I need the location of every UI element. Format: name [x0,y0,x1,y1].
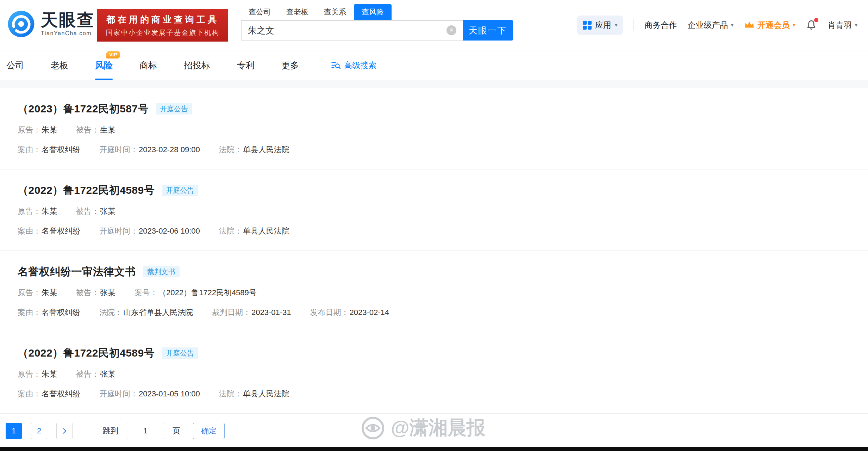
result-field: 案号：（2022）鲁1722民初4589号 [135,288,257,297]
search-button[interactable]: 天眼一下 [463,20,513,41]
page-unit-label: 页 [173,426,180,436]
result-item: （2023）鲁1722民初587号 开庭公告 原告：朱某 被告：生某 案由：名誉… [0,88,868,169]
tab-boss[interactable]: 老板 [51,50,68,80]
promo-banner: 都在用的商业查询工具 国家中小企业发展子基金旗下机构 [97,9,228,42]
field-label: 被告： [76,288,99,297]
field-value: 名誉权纠纷 [42,308,80,317]
tab-bidding[interactable]: 招投标 [184,50,210,80]
result-field: 法院：单县人民法院 [219,227,289,236]
tab-more[interactable]: 更多 [281,50,299,80]
field-value: 名誉权纠纷 [42,145,80,154]
field-label: 原告： [18,125,41,134]
field-label: 案由： [18,227,41,235]
field-label: 案由： [18,308,41,317]
field-value: 单县人民法院 [243,145,289,154]
result-field: 裁判日期：2023-01-31 [212,308,291,317]
result-item: （2022）鲁1722民初4589号 开庭公告 原告：朱某 被告：张某 案由：名… [0,169,868,251]
field-label: 法院： [99,308,123,317]
section-gap [0,80,868,88]
field-label: 法院： [219,389,242,398]
page-1-button[interactable]: 1 [6,423,22,439]
result-field: 开庭时间：2023-02-06 10:00 [99,227,200,236]
search-tab-boss[interactable]: 查老板 [279,4,316,20]
user-menu[interactable]: 肖青羽 ▾ [828,20,857,31]
menu-vip[interactable]: 开通会员 ▾ [744,20,795,31]
tab-company[interactable]: 公司 [6,50,24,80]
field-value: 朱某 [42,207,57,216]
tab-patent-label: 专利 [237,60,255,71]
result-field: 开庭时间：2023-02-28 09:00 [99,145,200,154]
result-field: 法院：单县人民法院 [219,389,289,399]
field-label: 原告： [18,370,41,378]
result-type-badge: 裁判文书 [143,266,180,277]
chevron-down-icon: ▾ [615,22,618,28]
advanced-search-label: 高级搜索 [344,60,376,71]
jump-page-input[interactable] [127,423,164,439]
search-area: 查公司 查老板 查关系 查风险 ✕ 天眼一下 [241,4,513,41]
result-field: 案由：名誉权纠纷 [18,389,80,399]
result-title[interactable]: （2023）鲁1722民初587号 [18,103,149,115]
promo-line2: 国家中小企业发展子基金旗下机构 [106,28,220,37]
tab-patent[interactable]: 专利 [237,50,255,80]
field-label: 开庭时间： [99,389,138,398]
result-field: 案由：名誉权纠纷 [18,308,80,317]
tab-trademark-label: 商标 [139,60,157,71]
result-field: 原告：朱某 [18,370,57,379]
chevron-down-icon: ▾ [855,22,857,28]
field-value: 朱某 [42,288,57,297]
field-value: 朱某 [42,370,57,378]
notification-dot [814,18,818,22]
result-field: 被告：张某 [76,288,115,297]
confirm-button[interactable]: 确定 [193,423,225,439]
header-menu: 应用 ▾ 商务合作 企业级产品 ▾ 开通会员 ▾ [577,0,857,50]
search-results: （2023）鲁1722民初587号 开庭公告 原告：朱某 被告：生某 案由：名誉… [0,88,868,414]
vip-badge: VIP [106,51,120,58]
result-title[interactable]: （2022）鲁1722民初4589号 [18,184,155,196]
page-2-button[interactable]: 2 [31,423,47,439]
clear-icon[interactable]: ✕ [447,25,456,35]
field-label: 被告： [76,207,99,216]
logo[interactable]: 天眼查 TianYanCha.com [7,10,95,38]
apps-label: 应用 [595,20,611,31]
result-title[interactable]: （2022）鲁1722民初4589号 [18,347,155,359]
search-input[interactable] [241,20,463,41]
result-field: 案由：名誉权纠纷 [18,145,80,154]
result-item: 名誉权纠纷一审法律文书 裁判文书 原告：朱某 被告：张某 案号：（2022）鲁1… [0,251,868,332]
apps-menu-button[interactable]: 应用 ▾ [577,16,623,35]
result-field: 案由：名誉权纠纷 [18,227,80,236]
field-value: 张某 [100,207,115,216]
vip-label: 开通会员 [757,20,790,31]
field-label: 被告： [76,370,99,378]
field-value: 名誉权纠纷 [42,227,80,235]
advanced-search-button[interactable]: 高级搜索 [331,50,376,80]
tab-trademark[interactable]: 商标 [139,50,157,80]
result-field: 开庭时间：2023-01-05 10:00 [99,389,200,399]
page: 天眼查 TianYanCha.com 都在用的商业查询工具 国家中小企业发展子基… [0,0,868,451]
next-page-button[interactable] [56,423,73,439]
result-field: 被告：张某 [76,207,115,216]
menu-cooperation[interactable]: 商务合作 [644,20,677,31]
field-value: 2023-01-31 [251,308,291,317]
field-label: 裁判日期： [212,308,251,317]
tab-risk-label: 风险 [95,60,113,71]
result-field: 发布日期：2023-02-14 [310,308,389,317]
menu-enterprise[interactable]: 企业级产品 ▾ [687,20,733,31]
tab-bidding-label: 招投标 [184,60,210,71]
field-label: 发布日期： [310,308,349,317]
search-row: ✕ 天眼一下 [241,20,513,41]
field-value: 朱某 [42,125,57,134]
vertical-divider [633,19,634,31]
tab-risk[interactable]: 风险 VIP [95,50,113,80]
search-tab-company[interactable]: 查公司 [241,4,279,20]
field-label: 被告： [76,125,99,134]
field-value: 张某 [100,288,115,297]
result-title[interactable]: 名誉权纠纷一审法律文书 [18,266,136,278]
pagination: 1 2 跳到 页 确定 [6,423,868,439]
search-tab-risk[interactable]: 查风险 [354,4,392,20]
search-tab-relation[interactable]: 查关系 [316,4,354,20]
notifications-button[interactable] [806,19,817,31]
result-field: 法院：单县人民法院 [219,145,289,154]
result-field: 被告：生某 [76,125,115,135]
tab-boss-label: 老板 [51,60,68,71]
field-value: （2022）鲁1722民初4589号 [158,288,257,297]
